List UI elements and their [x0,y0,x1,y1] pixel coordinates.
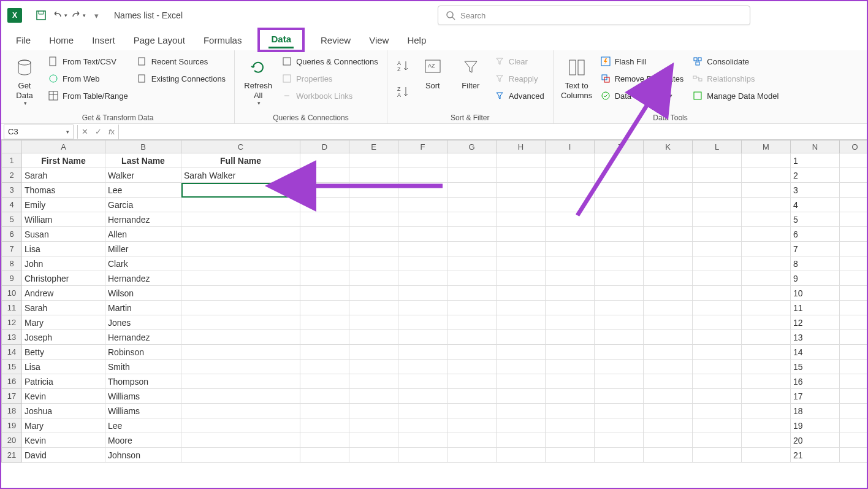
cell[interactable]: 10 [791,286,840,301]
cell[interactable] [546,212,595,227]
cell[interactable] [447,271,497,286]
data-validation-button[interactable]: Data Validation▾ [598,87,687,104]
cell[interactable]: Moore [105,433,181,448]
cell[interactable] [300,374,349,389]
flash-fill-button[interactable]: Flash Fill [598,53,687,70]
save-icon[interactable] [32,6,50,25]
cell[interactable] [497,212,546,227]
cell[interactable] [181,227,300,242]
cell[interactable] [398,374,447,389]
cell[interactable] [398,256,447,271]
cell[interactable] [497,227,546,242]
cell[interactable]: Kevin [22,389,105,404]
cell[interactable]: Jones [105,315,181,330]
tab-formulas[interactable]: Formulas [201,33,245,48]
col-header-A[interactable]: A [22,140,105,153]
cell[interactable] [595,360,644,374]
cell[interactable]: David [22,448,105,463]
cell[interactable] [447,330,497,345]
col-header-L[interactable]: L [693,140,742,153]
cell[interactable] [349,360,398,374]
cell[interactable] [181,389,300,404]
cell[interactable] [398,389,447,404]
cell[interactable] [693,183,742,198]
cell[interactable] [742,448,791,463]
row-header[interactable]: 19 [1,418,22,433]
cell[interactable]: Hernandez [105,212,181,227]
cell[interactable] [840,227,868,242]
cell[interactable] [497,168,546,183]
cell[interactable] [595,448,644,463]
cell[interactable] [742,374,791,389]
cell[interactable] [181,418,300,433]
cell[interactable] [349,315,398,330]
cell[interactable] [840,212,868,227]
cell[interactable] [693,374,742,389]
cell[interactable] [595,433,644,448]
cell[interactable]: 3 [791,183,840,198]
cell[interactable]: William [22,212,105,227]
cell[interactable] [398,301,447,315]
cell[interactable] [349,330,398,345]
relationships-button[interactable]: Relationships [690,70,781,87]
cell[interactable] [644,404,693,418]
cancel-formula-button[interactable]: ✕ [78,125,91,139]
filter-button[interactable]: Filter [454,53,488,94]
cell[interactable] [447,404,497,418]
cell[interactable] [840,360,868,374]
cell[interactable] [840,389,868,404]
existing-connections-button[interactable]: Existing Connections [134,70,228,87]
cell[interactable]: Lee [105,418,181,433]
cell[interactable] [644,301,693,315]
cell[interactable] [840,183,868,198]
cell[interactable] [447,301,497,315]
cell[interactable] [693,330,742,345]
cell[interactable]: 14 [791,345,840,360]
workbook-links-button[interactable]: Workbook Links [279,87,381,104]
cell[interactable] [181,183,300,198]
cell[interactable] [349,301,398,315]
cell[interactable] [398,345,447,360]
cell[interactable] [644,212,693,227]
cell[interactable]: 7 [791,242,840,256]
cell[interactable] [644,345,693,360]
cell[interactable] [398,286,447,301]
cell[interactable]: 16 [791,374,840,389]
cell[interactable] [840,301,868,315]
cell[interactable] [546,227,595,242]
cell[interactable] [693,433,742,448]
tab-page-layout[interactable]: Page Layout [131,33,188,48]
cell[interactable] [181,345,300,360]
cell[interactable] [546,256,595,271]
cell[interactable] [546,153,595,168]
cell[interactable] [349,271,398,286]
cell[interactable] [447,227,497,242]
cell[interactable]: Martin [105,301,181,315]
cell[interactable] [595,271,644,286]
cell[interactable] [497,433,546,448]
sort-desc-button[interactable]: ZA [394,79,412,104]
cell[interactable] [693,404,742,418]
cell[interactable] [497,301,546,315]
cell[interactable]: Mary [22,315,105,330]
row-header[interactable]: 9 [1,271,22,286]
cell[interactable] [181,404,300,418]
cell[interactable] [693,345,742,360]
cell[interactable] [742,242,791,256]
row-header[interactable]: 3 [1,183,22,198]
cell[interactable] [742,404,791,418]
cell[interactable]: Hernandez [105,330,181,345]
cell[interactable] [398,212,447,227]
cell[interactable]: Emily [22,198,105,212]
cell[interactable] [497,198,546,212]
cell[interactable] [693,360,742,374]
cell[interactable] [546,330,595,345]
row-header[interactable]: 4 [1,198,22,212]
cell[interactable] [546,360,595,374]
cell[interactable] [840,330,868,345]
cell[interactable] [300,198,349,212]
row-header[interactable]: 21 [1,448,22,463]
cell[interactable] [300,389,349,404]
tab-view[interactable]: View [367,33,391,48]
cell[interactable] [300,271,349,286]
